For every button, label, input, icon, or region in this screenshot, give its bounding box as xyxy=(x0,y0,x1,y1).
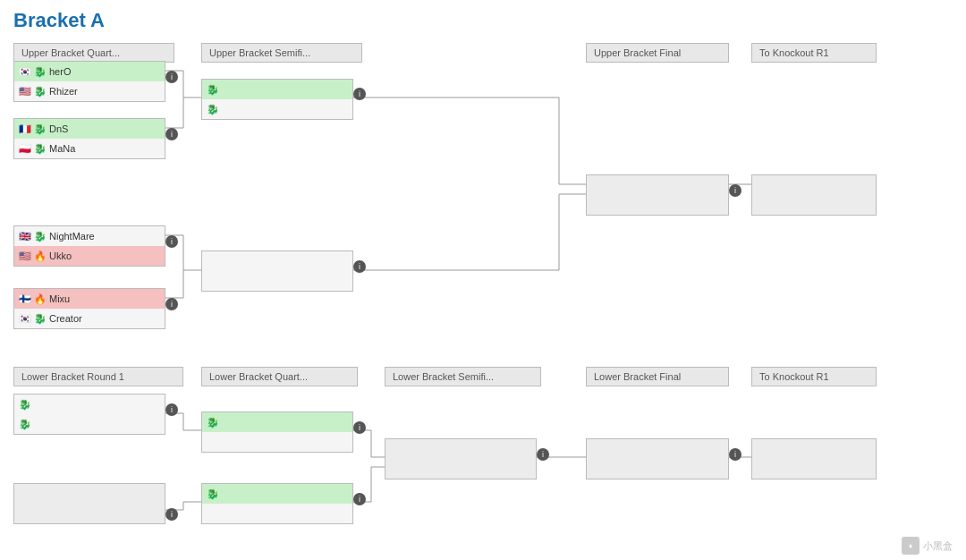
upper-tko-team2 xyxy=(752,195,876,215)
ubq-match2: 🇫🇷 🐉 DnS 🇵🇱 🐉 MaNa xyxy=(13,118,165,159)
flag-mixu: 🇫🇮 xyxy=(19,293,31,305)
icon-ukko: 🔥 xyxy=(34,250,47,262)
upper-tko-team1 xyxy=(752,175,876,195)
name-ukko: Ukko xyxy=(49,250,72,261)
info-icon13: i xyxy=(734,450,736,459)
info-icon11: i xyxy=(359,495,360,504)
name-mana: MaNa xyxy=(49,143,75,154)
lbq-match-a: 🐉 xyxy=(201,412,353,453)
icon-lbr1a-t1: 🐉 xyxy=(19,399,31,411)
lbf-team1 xyxy=(587,439,728,459)
lower-bracket-final-label: Lower Bracket Final xyxy=(586,367,729,386)
ubq-match1: 🇰🇷 🐉 herO 🇺🇸 🐉 Rhizer xyxy=(13,61,165,102)
ubq-match2-info[interactable]: i xyxy=(165,128,178,140)
info-icon5: i xyxy=(359,89,360,98)
icon-lbqa-t1: 🐉 xyxy=(207,417,219,428)
upper-tko xyxy=(751,174,877,216)
lower-tko xyxy=(751,438,877,479)
flag-mana: 🇵🇱 xyxy=(19,143,31,155)
icon-hero: 🐉 xyxy=(34,66,47,78)
icon-lbqb-t1: 🐉 xyxy=(207,488,219,500)
ubs-sf2-info[interactable]: i xyxy=(353,260,366,273)
ubq-match3-info[interactable]: i xyxy=(165,235,178,248)
ubq-match4-info[interactable]: i xyxy=(165,298,178,310)
lbqb-team2 xyxy=(202,504,352,523)
flag-ukko: 🇺🇸 xyxy=(19,250,31,262)
ubf-final-team1 xyxy=(587,175,728,195)
icon-mixu: 🔥 xyxy=(34,293,47,305)
lbsa-team1 xyxy=(386,439,536,459)
lower-bracket-round1-label: Lower Bracket Round 1 xyxy=(13,367,183,386)
bracket-title: Bracket A xyxy=(13,9,105,32)
ubq-match4-team1: 🇫🇮 🔥 Mixu xyxy=(14,289,165,309)
ubq-match2-team2: 🇵🇱 🐉 MaNa xyxy=(14,139,165,158)
ubs-sf2-team1 xyxy=(202,251,352,271)
icon-mana: 🐉 xyxy=(34,143,47,155)
ubq-match1-info[interactable]: i xyxy=(165,71,178,83)
ubs-sf2-team2 xyxy=(202,271,352,291)
upper-bracket-quarters-label: Upper Bracket Quart... xyxy=(13,43,174,63)
lbf-info[interactable]: i xyxy=(729,448,741,461)
info-icon2: i xyxy=(171,130,173,139)
lbqa-team2 xyxy=(202,432,352,452)
lower-bracket-semis-label: Lower Bracket Semifi... xyxy=(385,367,541,386)
to-knockout-r1-lower-label: To Knockout R1 xyxy=(751,367,877,386)
watermark-icon: ♦ xyxy=(902,537,919,555)
lbr1b-team1 xyxy=(14,484,165,504)
ubf-final xyxy=(586,174,729,216)
lbq-match-b: 🐉 xyxy=(201,483,353,524)
icon-creator: 🐉 xyxy=(34,313,47,325)
name-creator: Creator xyxy=(49,313,82,324)
lbqb-info[interactable]: i xyxy=(353,493,366,505)
ubq-match3-team1: 🇬🇧 🐉 NightMare xyxy=(14,226,165,246)
lbf-team2 xyxy=(587,459,728,479)
info-icon8: i xyxy=(171,405,173,414)
lbqb-team1: 🐉 xyxy=(202,484,352,504)
info-icon10: i xyxy=(359,423,360,432)
info-icon6: i xyxy=(359,262,360,271)
flag-creator: 🇰🇷 xyxy=(19,313,31,325)
lbr1a-info[interactable]: i xyxy=(165,403,178,416)
ubf-final-info[interactable]: i xyxy=(729,184,741,197)
lbr1b-team2 xyxy=(14,504,165,523)
ubq-match1-team1: 🇰🇷 🐉 herO xyxy=(14,62,165,81)
ubs-sf1: 🐉 🐉 xyxy=(201,79,353,120)
info-icon12: i xyxy=(542,450,544,459)
upper-bracket-semis-label: Upper Bracket Semifi... xyxy=(201,43,362,63)
ubq-match4-team2: 🇰🇷 🐉 Creator xyxy=(14,309,165,328)
ubq-match2-team1: 🇫🇷 🐉 DnS xyxy=(14,119,165,139)
info-icon: i xyxy=(171,72,173,81)
ubs-sf1-team1: 🐉 xyxy=(202,80,352,99)
watermark-text: 小黑盒 xyxy=(923,539,953,553)
ubf-final-team2 xyxy=(587,195,728,215)
name-nightmare: NightMare xyxy=(49,231,95,242)
lbsa-info[interactable]: i xyxy=(537,448,549,461)
icon-lbr1a-t2: 🐉 xyxy=(19,419,31,430)
info-icon9: i xyxy=(171,510,173,519)
upper-bracket-final-label: Upper Bracket Final xyxy=(586,43,729,63)
name-rhizer: Rhizer xyxy=(49,86,78,97)
info-icon7: i xyxy=(734,186,736,195)
lower-tko-team2 xyxy=(752,459,876,479)
lbqa-team1: 🐉 xyxy=(202,412,352,432)
flag-hero: 🇰🇷 xyxy=(19,66,31,78)
name-hero: herO xyxy=(49,66,71,77)
ubs-sf2 xyxy=(201,250,353,292)
lbqa-info[interactable]: i xyxy=(353,421,366,434)
icon-nightmare: 🐉 xyxy=(34,231,47,242)
flag-dns: 🇫🇷 xyxy=(19,123,31,135)
name-dns: DnS xyxy=(49,123,68,134)
info-icon4: i xyxy=(171,300,173,309)
to-knockout-r1-upper-label: To Knockout R1 xyxy=(751,43,877,63)
icon-sf1t1: 🐉 xyxy=(207,84,219,96)
ubq-match3-team2: 🇺🇸 🔥 Ukko xyxy=(14,246,165,266)
icon-dns: 🐉 xyxy=(34,123,47,135)
watermark: ♦ 小黑盒 xyxy=(902,537,953,555)
ubs-sf1-info[interactable]: i xyxy=(353,88,366,100)
ubq-match3: 🇬🇧 🐉 NightMare 🇺🇸 🔥 Ukko xyxy=(13,225,165,267)
lbr1b-info[interactable]: i xyxy=(165,508,178,521)
lower-bracket-quarters-label: Lower Bracket Quart... xyxy=(201,367,358,386)
flag-nightmare: 🇬🇧 xyxy=(19,231,31,242)
ubq-match4: 🇫🇮 🔥 Mixu 🇰🇷 🐉 Creator xyxy=(13,288,165,329)
lbf-match xyxy=(586,438,729,479)
